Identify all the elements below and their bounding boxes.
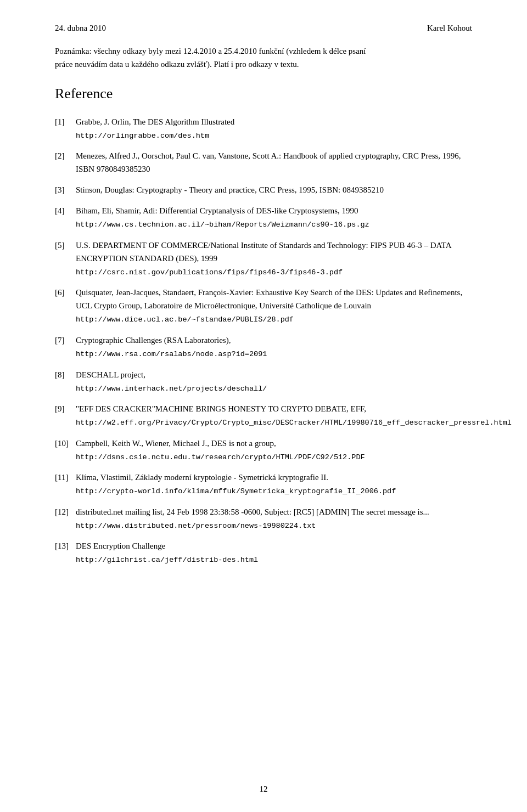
ref-number: [10] — [55, 437, 76, 450]
page: 24. dubna 2010 Karel Kohout Poznámka: vš… — [55, 0, 472, 607]
list-item: [1]Grabbe, J. Orlin, The DES Algorithm I… — [55, 115, 472, 142]
list-item: [11]Klíma, Vlastimil, Základy moderní kr… — [55, 471, 472, 498]
ref-number: [8] — [55, 368, 76, 381]
ref-content: DES Encryption Challengehttp://gilchrist… — [76, 539, 472, 566]
ref-text: Quisquater, Jean-Jacques, Standaert, Fra… — [76, 288, 462, 310]
ref-number: [4] — [55, 204, 76, 217]
list-item: [9]"EFF DES CRACKER"MACHINE BRINGS HONES… — [55, 402, 472, 429]
ref-content: Grabbe, J. Orlin, The DES Algorithm Illu… — [76, 115, 472, 142]
ref-text: Biham, Eli, Shamir, Adi: Differential Cr… — [76, 206, 358, 215]
ref-url: http://crypto-world.info/klima/mffuk/Sym… — [76, 487, 396, 495]
references-list: [1]Grabbe, J. Orlin, The DES Algorithm I… — [55, 115, 472, 567]
ref-text: DES Encryption Challenge — [76, 542, 165, 550]
list-item: [5]U.S. DEPARTMENT OF COMMERCE/National … — [55, 239, 472, 279]
ref-content: Campbell, Keith W., Wiener, Michael J., … — [76, 437, 472, 464]
ref-content: Quisquater, Jean-Jacques, Standaert, Fra… — [76, 286, 472, 326]
ref-url: http://orlingrabbe.com/des.htm — [76, 132, 209, 140]
ref-text: DESCHALL project, — [76, 370, 145, 379]
ref-url: http://www.dice.ucl.ac.be/~fstandae/PUBL… — [76, 315, 294, 324]
ref-content: U.S. DEPARTMENT OF COMMERCE/National Ins… — [76, 239, 472, 279]
list-item: [8]DESCHALL project,http://www.interhack… — [55, 368, 472, 395]
ref-number: [7] — [55, 334, 76, 347]
list-item: [13]DES Encryption Challengehttp://gilch… — [55, 539, 472, 566]
ref-text: Grabbe, J. Orlin, The DES Algorithm Illu… — [76, 117, 234, 126]
ref-number: [2] — [55, 149, 76, 162]
ref-content: "EFF DES CRACKER"MACHINE BRINGS HONESTY … — [76, 402, 512, 429]
ref-url: http://www.cs.technion.ac.il/~biham/Repo… — [76, 221, 369, 229]
ref-number: [11] — [55, 471, 76, 484]
ref-content: Cryptographic Challenges (RSA Laboratori… — [76, 334, 472, 360]
header-date: 24. dubna 2010 — [55, 22, 106, 35]
ref-text: U.S. DEPARTMENT OF COMMERCE/National Ins… — [76, 241, 451, 263]
list-item: [4]Biham, Eli, Shamir, Adi: Differential… — [55, 204, 472, 231]
page-header: 24. dubna 2010 Karel Kohout — [55, 22, 472, 35]
ref-number: [3] — [55, 183, 76, 196]
ref-text: Menezes, Alfred J., Oorschot, Paul C. va… — [76, 151, 461, 173]
ref-url: http://www.interhack.net/projects/descha… — [76, 385, 267, 393]
ref-text: distributed.net mailing list, 24 Feb 199… — [76, 507, 429, 516]
ref-url: http://w2.eff.org/Privacy/Crypto/Crypto_… — [76, 419, 512, 427]
intro-line1: Poznámka: všechny odkazy byly mezi 12.4.… — [55, 47, 366, 55]
ref-number: [1] — [55, 115, 76, 128]
ref-number: [13] — [55, 539, 76, 552]
list-item: [12]distributed.net mailing list, 24 Feb… — [55, 505, 472, 532]
ref-url: http://www.distributed.net/pressroom/new… — [76, 522, 316, 530]
ref-content: Stinson, Douglas: Cryptography - Theory … — [76, 183, 472, 196]
ref-text: Cryptographic Challenges (RSA Laboratori… — [76, 336, 231, 345]
list-item: [3]Stinson, Douglas: Cryptography - Theo… — [55, 183, 472, 196]
ref-content: distributed.net mailing list, 24 Feb 199… — [76, 505, 472, 532]
list-item: [2]Menezes, Alfred J., Oorschot, Paul C.… — [55, 149, 472, 176]
list-item: [6]Quisquater, Jean-Jacques, Standaert, … — [55, 286, 472, 326]
ref-text: Klíma, Vlastimil, Základy moderní krypto… — [76, 473, 328, 482]
ref-text: "EFF DES CRACKER"MACHINE BRINGS HONESTY … — [76, 404, 366, 413]
section-title: Reference — [55, 83, 472, 105]
ref-number: [12] — [55, 505, 76, 518]
page-number: 12 — [260, 785, 268, 793]
ref-url: http://csrc.nist.gov/publications/fips/f… — [76, 268, 343, 277]
ref-url: http://gilchrist.ca/jeff/distrib-des.htm… — [76, 556, 258, 564]
list-item: [10]Campbell, Keith W., Wiener, Michael … — [55, 437, 472, 464]
ref-url: http://dsns.csie.nctu.edu.tw/research/cr… — [76, 453, 365, 461]
ref-text: Stinson, Douglas: Cryptography - Theory … — [76, 185, 384, 194]
ref-content: Menezes, Alfred J., Oorschot, Paul C. va… — [76, 149, 472, 176]
ref-number: [9] — [55, 402, 76, 415]
page-footer: 12 — [0, 783, 527, 796]
intro-line2: práce neuvádím data u každého odkazu zvl… — [55, 60, 299, 69]
ref-text: Campbell, Keith W., Wiener, Michael J., … — [76, 439, 276, 448]
header-author: Karel Kohout — [427, 22, 472, 35]
ref-number: [5] — [55, 239, 76, 252]
ref-content: Biham, Eli, Shamir, Adi: Differential Cr… — [76, 204, 472, 231]
ref-url: http://www.rsa.com/rsalabs/node.asp?id=2… — [76, 350, 267, 358]
list-item: [7]Cryptographic Challenges (RSA Laborat… — [55, 334, 472, 360]
ref-content: DESCHALL project,http://www.interhack.ne… — [76, 368, 472, 395]
ref-number: [6] — [55, 286, 76, 299]
ref-content: Klíma, Vlastimil, Základy moderní krypto… — [76, 471, 472, 498]
intro-paragraph: Poznámka: všechny odkazy byly mezi 12.4.… — [55, 44, 472, 71]
